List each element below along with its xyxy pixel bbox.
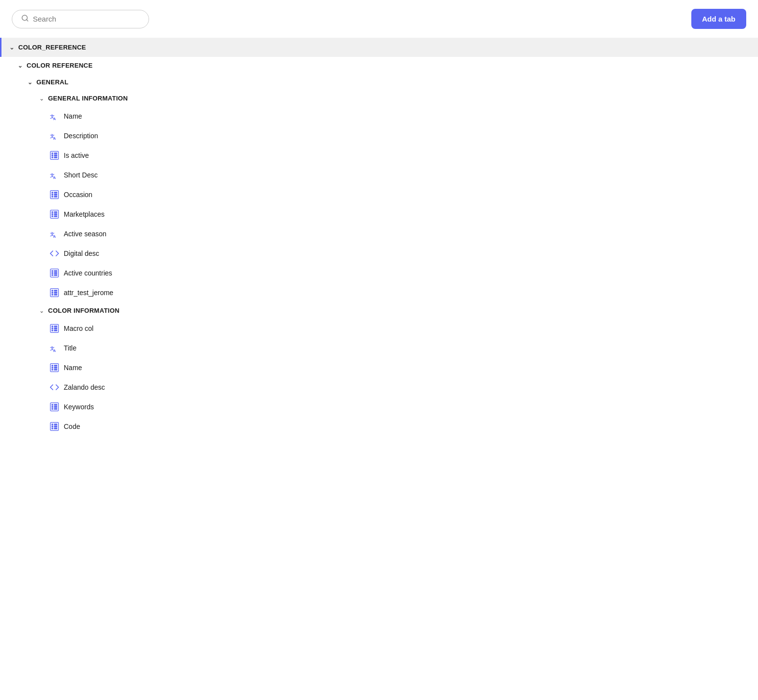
- svg-rect-19: [54, 192, 57, 193]
- translate-icon: 文 A: [49, 111, 60, 122]
- item-label: Zalando desc: [64, 383, 105, 391]
- list-item[interactable]: Active countries: [0, 263, 758, 283]
- svg-rect-39: [51, 290, 53, 291]
- svg-rect-59: [54, 367, 57, 368]
- svg-text:A: A: [53, 136, 56, 141]
- svg-rect-20: [54, 194, 57, 195]
- list-icon: [49, 287, 60, 298]
- svg-rect-21: [54, 196, 57, 198]
- item-label: attr_test_jerome: [64, 289, 113, 297]
- svg-rect-28: [54, 216, 57, 217]
- list-icon: [49, 268, 60, 278]
- list-item[interactable]: Code: [0, 417, 758, 436]
- svg-rect-27: [54, 213, 57, 215]
- list-item[interactable]: Macro col: [0, 319, 758, 338]
- svg-rect-12: [54, 157, 57, 158]
- level3-color-information[interactable]: ⌄ COLOR INFORMATION: [0, 302, 758, 319]
- list-item[interactable]: Keywords: [0, 397, 758, 417]
- svg-rect-10: [54, 152, 57, 154]
- svg-rect-42: [54, 290, 57, 291]
- svg-text:A: A: [53, 175, 56, 180]
- svg-rect-18: [51, 196, 53, 198]
- svg-rect-8: [51, 154, 53, 156]
- svg-rect-50: [54, 327, 57, 329]
- svg-rect-74: [54, 428, 57, 429]
- list-item[interactable]: Digital desc: [0, 244, 758, 263]
- svg-rect-67: [54, 408, 57, 410]
- item-label: Marketplaces: [64, 210, 104, 218]
- tree-root[interactable]: ⌄ COLOR_REFERENCE: [0, 38, 758, 57]
- list-item[interactable]: Marketplaces: [0, 204, 758, 224]
- list-item[interactable]: 文 A Short Desc: [0, 165, 758, 185]
- svg-rect-72: [54, 424, 57, 425]
- svg-rect-56: [51, 367, 53, 368]
- list-icon: [49, 209, 60, 220]
- search-input[interactable]: [33, 15, 140, 23]
- level2-general[interactable]: ⌄ GENERAL: [0, 74, 758, 90]
- svg-rect-46: [51, 325, 53, 327]
- svg-rect-44: [54, 294, 57, 296]
- svg-rect-11: [54, 154, 57, 156]
- level3-general-information[interactable]: ⌄ GENERAL INFORMATION: [0, 90, 758, 106]
- list-item[interactable]: Occasion: [0, 185, 758, 204]
- level3-label: GENERAL INFORMATION: [48, 95, 128, 102]
- chevron-down-icon: ⌄: [27, 79, 32, 86]
- svg-rect-58: [54, 365, 57, 366]
- add-tab-button[interactable]: Add a tab: [691, 9, 746, 29]
- list-item[interactable]: Is active: [0, 146, 758, 165]
- svg-rect-23: [51, 211, 53, 213]
- item-label: Occasion: [64, 191, 92, 199]
- svg-rect-7: [51, 152, 53, 154]
- svg-rect-41: [51, 294, 53, 296]
- svg-rect-47: [51, 327, 53, 329]
- list-item[interactable]: Zalando desc: [0, 377, 758, 397]
- item-label: Digital desc: [64, 250, 99, 257]
- svg-rect-49: [54, 325, 57, 327]
- list-item[interactable]: attr_test_jerome: [0, 283, 758, 302]
- code-icon: [49, 382, 60, 393]
- level1-color-reference[interactable]: ⌄ COLOR REFERENCE: [0, 57, 758, 74]
- svg-rect-70: [51, 425, 53, 427]
- svg-rect-26: [54, 211, 57, 213]
- svg-rect-62: [51, 404, 53, 405]
- list-item[interactable]: Name: [0, 358, 758, 377]
- svg-rect-43: [54, 292, 57, 293]
- root-label: COLOR_REFERENCE: [18, 44, 86, 51]
- svg-rect-33: [51, 272, 53, 274]
- list-icon: [49, 421, 60, 432]
- level2-label: GENERAL: [36, 78, 68, 86]
- svg-text:A: A: [53, 117, 56, 121]
- item-label: Code: [64, 423, 80, 430]
- svg-rect-48: [51, 330, 53, 331]
- svg-rect-32: [51, 270, 53, 272]
- svg-rect-51: [54, 330, 57, 331]
- translate-icon: 文 A: [49, 170, 60, 180]
- list-icon: [49, 401, 60, 412]
- search-container[interactable]: [12, 10, 149, 28]
- svg-rect-73: [54, 425, 57, 427]
- svg-rect-16: [51, 192, 53, 193]
- svg-text:A: A: [53, 234, 56, 239]
- list-item[interactable]: 文 A Title: [0, 338, 758, 358]
- list-icon: [49, 323, 60, 334]
- svg-rect-71: [51, 428, 53, 429]
- list-item[interactable]: 文 A Name: [0, 106, 758, 126]
- svg-rect-36: [54, 272, 57, 274]
- svg-rect-64: [51, 408, 53, 410]
- item-label: Keywords: [64, 403, 94, 411]
- list-icon: [49, 362, 60, 373]
- svg-rect-60: [54, 369, 57, 371]
- svg-rect-55: [51, 365, 53, 366]
- svg-rect-69: [51, 424, 53, 425]
- list-item[interactable]: 文 A Description: [0, 126, 758, 146]
- top-bar: Add a tab: [0, 0, 758, 38]
- svg-rect-63: [51, 406, 53, 407]
- item-label: Name: [64, 364, 82, 372]
- translate-icon: 文 A: [49, 228, 60, 239]
- svg-rect-66: [54, 406, 57, 407]
- list-item[interactable]: 文 A Active season: [0, 224, 758, 244]
- chevron-down-icon: ⌄: [18, 62, 23, 69]
- level3-label: COLOR INFORMATION: [48, 307, 120, 314]
- svg-rect-17: [51, 194, 53, 195]
- chevron-down-icon: ⌄: [39, 307, 44, 314]
